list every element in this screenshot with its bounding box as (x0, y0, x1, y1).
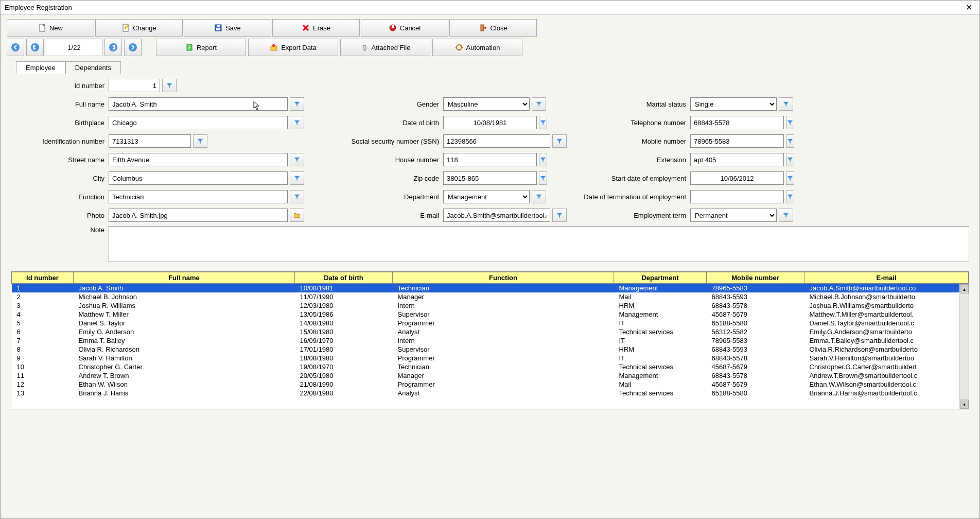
filter-ext-button[interactable] (786, 153, 794, 166)
tab-dependents[interactable]: Dependents (65, 61, 121, 74)
table-row[interactable]: 3Joshua R. Williams12/03/1980InternHRM68… (12, 301, 969, 310)
attached-file-button[interactable]: Attached File (340, 39, 430, 56)
filter-email-button[interactable] (552, 209, 567, 222)
nav-last-button[interactable] (124, 39, 142, 56)
col-dob[interactable]: Date of birth (295, 272, 393, 284)
filter-marital-button[interactable] (779, 97, 793, 111)
table-row[interactable]: 12Ethan W. Wilson21/08/1990ProgrammerMai… (12, 380, 969, 389)
new-button[interactable]: New (7, 19, 94, 37)
street-input[interactable] (109, 153, 288, 166)
report-button[interactable]: Report (156, 39, 246, 56)
col-name[interactable]: Full name (74, 272, 295, 284)
table-row[interactable]: 6Emily G. Anderson15/08/1980AnalystTechn… (12, 327, 969, 336)
filter-dob-button[interactable] (539, 116, 547, 129)
dept-select[interactable]: Management (443, 190, 530, 203)
filter-city-button[interactable] (290, 171, 304, 185)
table-row[interactable]: 1Jacob A. Smith10/08/1981TechnicianManag… (12, 284, 969, 293)
cell-func: Supervisor (393, 310, 614, 319)
tel-input[interactable] (690, 116, 784, 129)
tab-employee[interactable]: Employee (16, 61, 65, 74)
zip-input[interactable] (443, 171, 537, 185)
function-input[interactable] (109, 190, 288, 203)
folder-icon (293, 212, 301, 219)
close-button[interactable]: Close (449, 19, 537, 37)
mobile-input[interactable] (690, 134, 784, 148)
nav-next-button[interactable] (104, 39, 122, 56)
start-input[interactable] (690, 171, 784, 185)
col-func[interactable]: Function (393, 272, 614, 284)
col-email[interactable]: E-mail (804, 272, 969, 284)
filter-fullname-button[interactable] (290, 97, 304, 111)
change-button[interactable]: Change (95, 19, 183, 37)
gender-select[interactable]: Masculine (443, 97, 530, 111)
email-input[interactable] (443, 209, 550, 222)
cell-email: Andrew.T.Brown@smartbuildertool.c (804, 371, 969, 380)
close-icon[interactable]: ✕ (962, 3, 975, 12)
note-textarea[interactable] (109, 226, 969, 262)
end-input[interactable] (690, 190, 784, 203)
erase-icon (302, 24, 310, 32)
label-marital: Marital status (567, 100, 690, 108)
nav-first-button[interactable] (7, 39, 24, 56)
city-input[interactable] (109, 171, 288, 185)
cell-mobile: 68843-5593 (707, 345, 804, 354)
table-row[interactable]: 5Daniel S. Taylor14/08/1980ProgrammerIT6… (12, 319, 969, 327)
col-id[interactable]: Id number (12, 272, 74, 284)
table-row[interactable]: 2Michael B. Johnson11/07/1990ManagerMail… (12, 292, 969, 301)
filter-start-button[interactable] (786, 171, 794, 185)
term-select[interactable]: Permanent (690, 209, 777, 222)
table-row[interactable]: 13Brianna J. Harris22/08/1980AnalystTech… (12, 389, 969, 397)
photo-input[interactable] (109, 209, 288, 222)
id-input[interactable] (109, 79, 160, 92)
birthplace-input[interactable] (109, 116, 288, 129)
label-zip: Zip code (325, 175, 443, 182)
filter-icon (539, 119, 547, 126)
table-row[interactable]: 4Matthew T. Miller13/05/1986SupervisorMa… (12, 310, 969, 319)
table-row[interactable]: 8Olivia R. Richardson17/01/1980Superviso… (12, 345, 969, 354)
ext-input[interactable] (690, 153, 784, 166)
automation-button[interactable]: Automation (432, 39, 522, 56)
filter-icon (293, 119, 301, 126)
scroll-down-button[interactable]: ▾ (960, 400, 969, 409)
cell-func: Programmer (393, 380, 614, 389)
nav-prev-button[interactable] (26, 39, 44, 56)
table-row[interactable]: 9Sarah V. Hamilton18/08/1980ProgrammerIT… (12, 354, 969, 362)
filter-birthplace-button[interactable] (290, 116, 304, 129)
cell-id: 6 (12, 327, 74, 336)
cell-func: Technician (393, 362, 614, 371)
svg-point-11 (129, 43, 137, 51)
filter-term-button[interactable] (779, 209, 793, 222)
erase-button[interactable]: Erase (272, 19, 360, 37)
filter-ssn-button[interactable] (552, 134, 567, 148)
col-dept[interactable]: Department (614, 272, 707, 284)
filter-gender-button[interactable] (532, 97, 546, 111)
idnum-input[interactable] (109, 134, 191, 148)
dob-input[interactable] (443, 116, 537, 129)
filter-tel-button[interactable] (786, 116, 794, 129)
filter-dept-button[interactable] (532, 190, 546, 203)
filter-house-button[interactable] (539, 153, 547, 166)
house-input[interactable] (443, 153, 537, 166)
save-button[interactable]: Save (184, 19, 271, 37)
filter-zip-button[interactable] (539, 171, 547, 185)
marital-select[interactable]: Single (690, 97, 777, 111)
filter-id-button[interactable] (162, 79, 177, 92)
cell-email: Daniel.S.Taylor@smartbuildertool.c (804, 319, 969, 327)
filter-function-button[interactable] (290, 190, 304, 203)
cancel-button[interactable]: Cancel (361, 19, 448, 37)
filter-end-button[interactable] (786, 190, 794, 203)
table-row[interactable]: 7Emma T. Bailey16/09/1970InternIT78965-5… (12, 336, 969, 345)
export-button[interactable]: Export Data (248, 39, 338, 56)
filter-idnum-button[interactable] (193, 134, 207, 148)
ssn-input[interactable] (443, 134, 550, 148)
table-row[interactable]: 10Christopher G. Carter19/08/1970Technic… (12, 362, 969, 371)
table-scrollbar[interactable]: ▴ ▾ (959, 284, 969, 409)
filter-street-button[interactable] (290, 153, 304, 166)
browse-photo-button[interactable] (290, 209, 304, 222)
table-row[interactable]: 11Andrew T. Brown20/05/1980ManagerManage… (12, 371, 969, 380)
fullname-input[interactable] (109, 97, 288, 111)
cell-name: Emma T. Bailey (74, 336, 295, 345)
scroll-up-button[interactable]: ▴ (960, 284, 969, 293)
col-mobile[interactable]: Mobile number (707, 272, 804, 284)
filter-mobile-button[interactable] (786, 134, 794, 148)
